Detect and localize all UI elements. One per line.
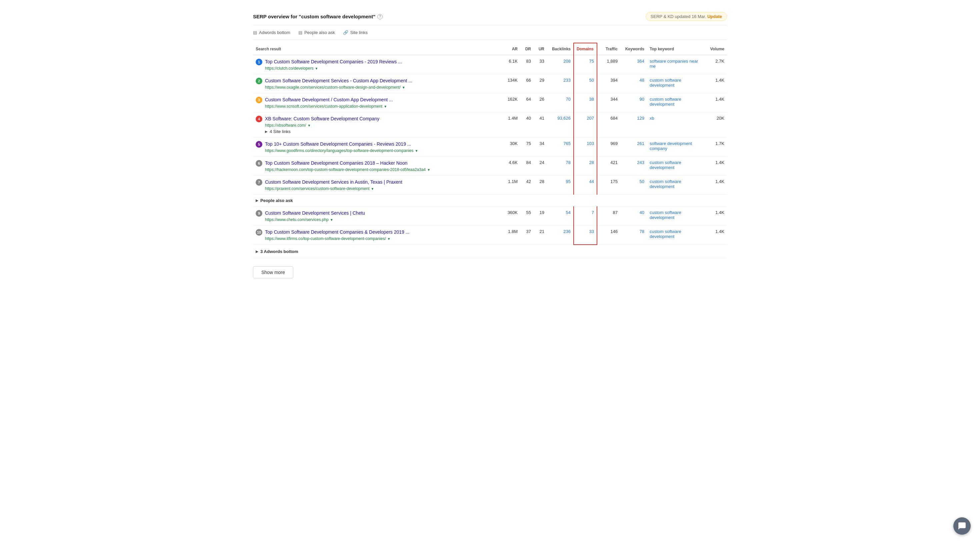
result-top-keyword[interactable]: custom software development [647,93,707,112]
result-backlinks[interactable]: 765 [547,138,574,157]
result-title-link[interactable]: Top Custom Software Development Companie… [265,59,402,65]
result-keywords[interactable]: 48 [620,74,647,93]
result-backlinks[interactable]: 93,626 [547,112,574,138]
result-volume: 1.4K [707,74,727,93]
result-backlinks[interactable]: 236 [547,226,574,245]
result-traffic: 684 [597,112,620,138]
result-domains[interactable]: 33 [574,226,597,245]
result-keywords[interactable]: 78 [620,226,647,245]
result-num-badge: 5 [256,141,262,148]
table-row: 2 Custom Software Development Services -… [253,74,727,93]
result-top-keyword[interactable]: custom software development [647,207,707,226]
result-keywords[interactable]: 261 [620,138,647,157]
result-dr: 83 [520,55,534,74]
result-title-cell: 2 Custom Software Development Services -… [253,74,500,93]
show-more-button[interactable]: Show more [253,266,293,278]
result-title-link[interactable]: Custom Software Development Services - C… [265,78,412,84]
result-backlinks[interactable]: 70 [547,93,574,112]
result-title-link[interactable]: Custom Software Development / Custom App… [265,97,393,103]
result-dr: 64 [520,93,534,112]
result-top-keyword[interactable]: xb [647,112,707,138]
result-dr: 40 [520,112,534,138]
result-keywords[interactable]: 50 [620,176,647,195]
result-keywords[interactable]: 40 [620,207,647,226]
result-top-keyword[interactable]: custom software development [647,176,707,195]
url-dropdown-icon[interactable]: ▼ [330,218,333,222]
result-domains[interactable]: 38 [574,93,597,112]
result-title-link[interactable]: Top Custom Software Development Companie… [265,229,409,235]
url-dropdown-icon[interactable]: ▼ [415,149,418,153]
expand-arrow-icon: ▶ [256,199,258,202]
table-row: 4 XB Software: Custom Software Developme… [253,112,727,138]
result-top-keyword[interactable]: custom software development [647,74,707,93]
result-ar: 134K [500,74,520,93]
result-top-keyword[interactable]: software development company [647,138,707,157]
result-backlinks[interactable]: 78 [547,157,574,176]
result-ar: 1.4M [500,112,520,138]
result-backlinks[interactable]: 208 [547,55,574,74]
result-ar: 1.8M [500,226,520,245]
result-title-link[interactable]: Top Custom Software Development Companie… [265,160,407,167]
col-header-domains[interactable]: Domains [574,43,597,55]
result-domains[interactable]: 103 [574,138,597,157]
result-volume: 1.7K [707,138,727,157]
url-dropdown-icon[interactable]: ▼ [371,187,374,191]
result-domains[interactable]: 75 [574,55,597,74]
result-domains[interactable]: 44 [574,176,597,195]
url-dropdown-icon[interactable]: ▼ [315,67,318,70]
result-top-keyword[interactable]: software companies near me [647,55,707,74]
result-title-link[interactable]: Custom Software Development Services | C… [265,210,365,217]
result-dr: 84 [520,157,534,176]
table-row: 5 Top 10+ Custom Software Development Co… [253,138,727,157]
result-backlinks[interactable]: 233 [547,74,574,93]
tab-adwords-bottom[interactable]: ▤ Adwords bottom [253,29,290,37]
result-num-badge: 3 [256,97,262,103]
url-dropdown-icon[interactable]: ▼ [402,86,405,89]
result-keywords[interactable]: 129 [620,112,647,138]
adwords-bottom-row[interactable]: ▶ 3 Adwords bottom [253,245,727,258]
people-also-ask-cell[interactable]: ▶ People also ask [253,195,727,207]
result-ar: 1.1M [500,176,520,195]
site-links-expand[interactable]: ▶ 4 Site links [265,129,498,134]
result-top-keyword[interactable]: custom software development [647,226,707,245]
url-dropdown-icon[interactable]: ▼ [383,105,387,108]
result-dr: 37 [520,226,534,245]
tab-site-links[interactable]: 🔗 Site links [343,29,368,37]
table-row: 6 Top Custom Software Development Compan… [253,157,727,176]
result-traffic: 146 [597,226,620,245]
url-dropdown-icon[interactable]: ▼ [427,168,430,172]
nav-tabs: ▤ Adwords bottom ▤ People also ask 🔗 Sit… [253,25,727,40]
url-dropdown-icon[interactable]: ▼ [307,124,311,127]
result-keywords[interactable]: 243 [620,157,647,176]
page-header: SERP overview for "custom software devel… [253,7,727,25]
url-dropdown-icon[interactable]: ▼ [387,237,391,241]
result-title-link[interactable]: Custom Software Development Services in … [265,179,402,186]
result-domains[interactable]: 28 [574,157,597,176]
result-top-keyword[interactable]: custom software development [647,157,707,176]
result-title-link[interactable]: Top 10+ Custom Software Development Comp… [265,141,411,148]
result-backlinks[interactable]: 54 [547,207,574,226]
result-keywords[interactable]: 364 [620,55,647,74]
result-keywords[interactable]: 90 [620,93,647,112]
adwords-bottom-label: 3 Adwords bottom [260,249,298,254]
result-backlinks[interactable]: 95 [547,176,574,195]
page-title: SERP overview for "custom software devel… [253,14,383,19]
result-ar: 162K [500,93,520,112]
result-title-cell: 10 Top Custom Software Development Compa… [253,226,500,245]
result-volume: 20K [707,112,727,138]
result-ur: 28 [534,176,547,195]
sitelinks-tab-icon: 🔗 [343,30,348,35]
tab-people-also-ask[interactable]: ▤ People also ask [298,29,335,37]
result-domains[interactable]: 50 [574,74,597,93]
result-domains[interactable]: 207 [574,112,597,138]
result-title-cell: 5 Top 10+ Custom Software Development Co… [253,138,500,157]
table-row: ▶ People also ask [253,195,727,207]
table-row: 3 Custom Software Development / Custom A… [253,93,727,112]
result-domains[interactable]: 7 [574,207,597,226]
col-header-keywords: Keywords [620,43,647,55]
col-header-top-keyword: Top keyword [647,43,707,55]
col-header-traffic: Traffic [597,43,620,55]
info-icon[interactable]: ? [377,14,383,19]
update-link[interactable]: Update [707,14,722,19]
result-title-link[interactable]: XB Software: Custom Software Development… [265,116,379,122]
